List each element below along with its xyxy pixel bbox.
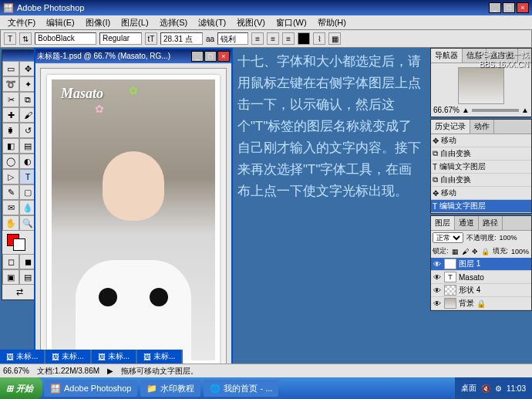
doc-maximize[interactable]: □ — [204, 51, 217, 62]
history-item[interactable]: T编辑文字图层 — [431, 161, 531, 174]
lock-all-icon[interactable]: 🔒 — [481, 248, 490, 255]
history-item[interactable]: ⧉自由变换 — [431, 174, 531, 187]
task-item[interactable]: 🪟Adobe Photoshop — [44, 380, 137, 397]
doc-tab[interactable]: 🖼未标... — [92, 350, 136, 363]
history-panel: 历史记录 动作 ✥移动 ⧉自由变换 T编辑文字图层 ⧉自由变换 ✥移动 T编辑文… — [430, 119, 532, 214]
blend-mode-select[interactable]: 正常 — [433, 232, 463, 243]
imageready-icon[interactable]: ⇄ — [2, 285, 36, 299]
lasso-tool[interactable]: ➰ — [2, 76, 19, 92]
tray-desktop[interactable]: 桌面 — [461, 383, 476, 394]
warp-text-icon[interactable]: ⌇ — [313, 32, 325, 45]
layer-item[interactable]: 👁 T Masato — [431, 271, 531, 284]
menu-filter[interactable]: 滤镜(T) — [194, 17, 231, 29]
layer-item[interactable]: 👁 形状 4 — [431, 284, 531, 297]
layer-item[interactable]: 👁 T 图层 1 — [431, 258, 531, 271]
minimize-button[interactable]: _ — [489, 2, 501, 13]
font-family-field[interactable]: BoboBlack — [35, 32, 96, 45]
zoom-in-icon[interactable]: ▲ — [521, 106, 529, 114]
tab-layers[interactable]: 图层 — [431, 216, 455, 230]
layer-name[interactable]: 形状 4 — [459, 285, 480, 296]
document-titlebar[interactable]: 未标题-1.psd @ 66.7% (Masato, RG...) _ □ × — [35, 49, 231, 63]
blur-tool[interactable]: ◯ — [2, 154, 19, 169]
start-button[interactable]: ⊞ 开始 — [0, 377, 42, 399]
doc-minimize[interactable]: _ — [191, 51, 204, 62]
history-item[interactable]: ✥移动 — [431, 187, 531, 200]
hand-tool[interactable]: ✋ — [2, 215, 19, 231]
align-left-icon[interactable]: ≡ — [251, 32, 264, 45]
path-tool[interactable]: ▷ — [2, 169, 19, 184]
history-item[interactable]: T编辑文字图层 — [431, 200, 531, 213]
menu-select[interactable]: 选择(S) — [155, 17, 193, 29]
zoom-slider[interactable] — [472, 109, 519, 112]
tray-icon[interactable]: 🔇 — [481, 384, 490, 393]
opacity-value[interactable]: 100% — [500, 234, 517, 242]
screenmode-1[interactable]: ▣ — [2, 269, 19, 285]
crop-tool[interactable]: ✂ — [2, 92, 19, 107]
task-item[interactable]: 📁水印教程 — [140, 380, 200, 397]
maximize-button[interactable]: □ — [503, 2, 515, 13]
doc-tab[interactable]: 🖼未标... — [137, 350, 181, 363]
doc-close[interactable]: × — [217, 51, 230, 62]
stamp-tool[interactable]: ⧯ — [2, 123, 19, 138]
toolbox-titlebar[interactable] — [2, 50, 36, 61]
layer-name[interactable]: 图层 1 — [459, 259, 480, 269]
layers-panel: 图层 通道 路径 正常 不透明度: 100% 锁定: ▦ 🖌 ✥ 🔒 填充: 1… — [430, 215, 532, 311]
history-item[interactable]: ✥移动 — [431, 134, 531, 147]
layer-name[interactable]: Masato — [459, 273, 484, 282]
menu-window[interactable]: 窗口(W) — [271, 17, 311, 29]
text-color-swatch[interactable] — [298, 32, 310, 45]
background-color[interactable] — [13, 238, 25, 251]
marquee-tool[interactable]: ▭ — [2, 61, 19, 76]
status-zoom[interactable]: 66.67% — [3, 367, 29, 375]
notes-tool[interactable]: ✉ — [2, 200, 19, 215]
char-panel-icon[interactable]: ▦ — [328, 32, 341, 45]
tab-paths[interactable]: 路径 — [479, 216, 503, 230]
tab-actions[interactable]: 动作 — [470, 120, 494, 134]
lock-paint-icon[interactable]: 🖌 — [462, 248, 469, 255]
fill-value[interactable]: 100% — [511, 248, 529, 255]
menu-file[interactable]: 文件(F) — [3, 17, 40, 29]
menu-help[interactable]: 帮助(H) — [313, 17, 351, 29]
heal-tool[interactable]: ✚ — [2, 107, 19, 123]
orientation-toggle[interactable]: ⇅ — [19, 32, 32, 45]
task-item[interactable]: 🌐我的首页 - ... — [204, 380, 278, 397]
tab-channels[interactable]: 通道 — [455, 216, 479, 230]
pen-tool[interactable]: ✎ — [2, 184, 19, 200]
flower-icon: ✿ — [95, 103, 104, 115]
navigator-thumbnail[interactable] — [458, 67, 504, 104]
tab-navigator[interactable]: 导航器 — [431, 49, 463, 63]
antialias-field[interactable]: 锐利 — [217, 32, 248, 45]
visibility-icon[interactable]: 👁 — [433, 273, 442, 282]
menu-image[interactable]: 图像(I) — [81, 17, 115, 29]
menu-view[interactable]: 视图(V) — [232, 17, 270, 29]
history-item[interactable]: ⧉自由变换 — [431, 147, 531, 161]
type-tool-icon: T — [4, 32, 16, 45]
lock-trans-icon[interactable]: ▦ — [452, 248, 459, 255]
visibility-icon[interactable]: 👁 — [433, 286, 442, 295]
zoom-out-icon[interactable]: ▲ — [462, 106, 470, 114]
menu-layer[interactable]: 图层(L) — [116, 17, 153, 29]
app-titlebar: 🪟 Adobe Photoshop _ □ × — [0, 0, 532, 15]
visibility-icon[interactable]: 👁 — [433, 299, 442, 308]
eraser-tool[interactable]: ◧ — [2, 138, 19, 154]
move-icon: ✥ — [433, 189, 439, 198]
lock-move-icon[interactable]: ✥ — [472, 248, 478, 255]
align-center-icon[interactable]: ≡ — [267, 32, 279, 45]
layer-item[interactable]: 👁 背景 🔒 — [431, 297, 531, 310]
tab-history[interactable]: 历史记录 — [431, 120, 470, 134]
quickmask-off[interactable]: ◻ — [2, 254, 19, 269]
canvas[interactable]: Masato ✿ ✿ — [40, 68, 227, 372]
instruction-text: 十七、字体和大小都选定后，请用鼠标左键在右侧字体图层上点击一下，以示确认，然后这… — [237, 51, 423, 202]
close-button[interactable]: × — [517, 2, 529, 13]
menu-edit[interactable]: 编辑(E) — [42, 17, 79, 29]
tray-clock[interactable]: 11:03 — [507, 384, 526, 393]
doc-tab[interactable]: 🖼未标... — [0, 350, 44, 363]
doc-tab[interactable]: 🖼未标... — [45, 350, 89, 363]
tray-icon[interactable]: ⚙ — [495, 384, 502, 393]
font-style-field[interactable]: Regular — [99, 32, 142, 45]
layer-name[interactable]: 背景 — [459, 298, 474, 309]
align-right-icon[interactable]: ≡ — [282, 32, 295, 45]
visibility-icon[interactable]: 👁 — [433, 260, 442, 269]
font-size-field[interactable]: 28.31 点 — [160, 32, 203, 45]
options-bar: T ⇅ BoboBlack Regular tT 28.31 点 aa 锐利 ≡… — [0, 29, 532, 48]
